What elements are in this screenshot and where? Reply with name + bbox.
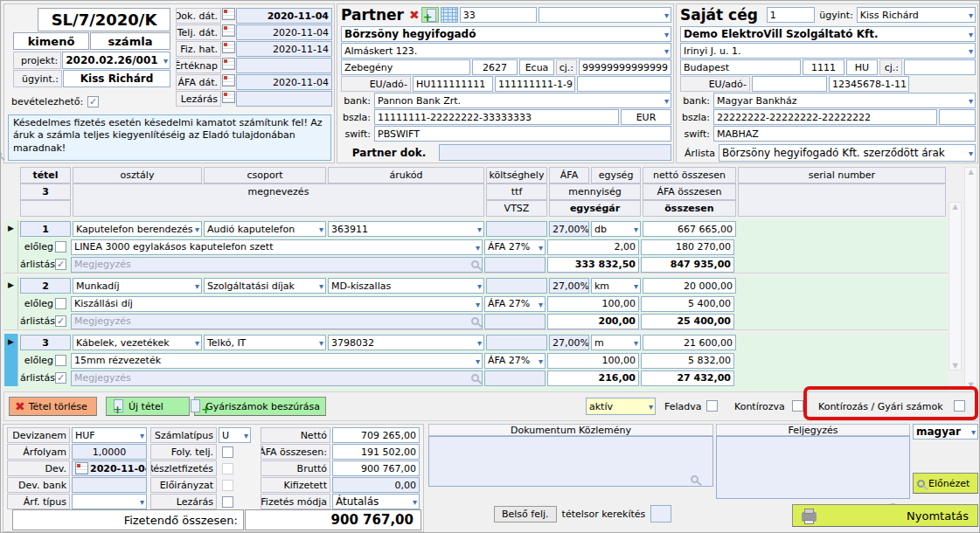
afa-dat-value[interactable]: 2020-11-04 [236, 74, 332, 90]
item-vtsz-input[interactable] [484, 257, 546, 273]
magnifier-icon[interactable] [0, 150, 2, 158]
calendar-icon[interactable] [222, 24, 235, 37]
foly-telj-checkbox[interactable] [222, 446, 233, 458]
item-megjegyzes-input[interactable]: Megjegyzés [71, 314, 483, 329]
partner-bszla-input[interactable]: 11111111-22222222-33333333 [374, 109, 619, 125]
item-megnevezes-select[interactable]: LINEA 3000 egylakásos kaputelefon szett [71, 239, 483, 255]
company-swift-input[interactable]: MABHAZ [713, 126, 976, 142]
item-koltseghely-input[interactable] [486, 335, 547, 350]
items-scrollbar-outer[interactable] [964, 167, 977, 390]
dok-dat-value[interactable]: 2020-11-04 [236, 8, 332, 24]
calendar-icon[interactable] [222, 74, 235, 87]
company-cj-input[interactable] [904, 59, 976, 75]
item-netto-input[interactable]: 20 000,00 [643, 278, 736, 294]
company-country-input[interactable]: HU [846, 59, 878, 75]
item-row[interactable]: 2 Munkadíj Szolgáltatási díjak MD-kiszal… [3, 276, 948, 330]
calendar-icon[interactable] [222, 8, 235, 20]
item-arukod-select[interactable]: 3798032 [328, 335, 484, 350]
item-osztaly-select[interactable]: Kábelek, vezetékek [73, 335, 202, 350]
partner-picker-select[interactable] [539, 7, 671, 23]
item-arukod-select[interactable]: 363911 [328, 221, 484, 237]
status-select[interactable]: aktív [586, 398, 656, 415]
preview-button[interactable]: Előnézet [913, 473, 978, 494]
partner-id-input[interactable]: 33 [460, 7, 537, 23]
dev-bank-input[interactable] [72, 477, 147, 493]
item-egyseg-select[interactable]: km [591, 278, 641, 294]
belso-felj-button[interactable]: Belső felj. [494, 506, 557, 523]
item-megjegyzes-input[interactable]: Megjegyzés [71, 370, 483, 386]
item-megnevezes-select[interactable]: Kiszállási díj [71, 296, 483, 312]
item-mennyiseg-input[interactable]: 2,00 [547, 239, 639, 255]
partner-tax-extra-input[interactable] [577, 76, 671, 92]
item-koltseghely-input[interactable] [486, 221, 547, 237]
arlista-select[interactable]: Börzsöny hegyifogadó Kft. szerződött ára… [719, 144, 976, 162]
row-selector-gutter[interactable] [4, 277, 18, 329]
partner-delete-icon[interactable]: ✖ [409, 9, 420, 21]
feladva-checkbox[interactable] [706, 400, 718, 412]
company-address-select[interactable]: Irinyi J. u. 1. [680, 43, 976, 59]
magnifier-icon[interactable] [471, 317, 479, 325]
devizanem-select[interactable]: HUF [72, 427, 147, 443]
item-osztaly-select[interactable]: Munkadíj [73, 278, 202, 294]
calendar-icon[interactable] [75, 462, 88, 474]
company-tax-input[interactable]: 12345678-1-11 [829, 76, 909, 92]
partner-country-input[interactable]: Ecua [519, 59, 554, 75]
arfolyam-input[interactable]: 1,0000 [72, 444, 147, 460]
item-csoport-select[interactable]: Szolgáltatási díjak [204, 278, 326, 294]
item-mennyiseg-input[interactable]: 100,00 [547, 296, 639, 312]
projekt-select[interactable]: 2020.02.26/001 [62, 52, 170, 69]
print-button[interactable]: Nyomtatás [792, 504, 978, 527]
item-arukod-select[interactable]: MD-kiszallas [328, 278, 484, 294]
item-koltseghely-input[interactable] [486, 278, 547, 294]
item-csoport-select[interactable]: Telkó, IT [204, 335, 326, 350]
lezaras-value[interactable] [236, 91, 332, 107]
eloleg-checkbox[interactable] [55, 241, 66, 253]
partner-bank-select[interactable]: Pannon Bank Zrt. [374, 93, 671, 108]
row-selector-gutter[interactable] [4, 334, 18, 386]
partner-cj-input[interactable]: 99999999999999 [579, 59, 671, 75]
item-netto-input[interactable]: 21 600,00 [643, 335, 736, 350]
eloleg-checkbox[interactable] [55, 355, 66, 366]
lezaras-checkbox[interactable] [222, 496, 233, 508]
item-mennyiseg-input[interactable]: 100,00 [547, 353, 639, 369]
kerekites-input[interactable] [650, 505, 671, 523]
arf-tipus-select[interactable] [72, 494, 147, 509]
partner-name-select[interactable]: Börzsöny hegyifogadó [341, 26, 671, 42]
company-bank-select[interactable]: Magyar Bankház [713, 93, 976, 108]
company-id-input[interactable]: 1 [767, 7, 815, 23]
arlistas-checkbox[interactable] [55, 259, 66, 270]
item-vtsz-input[interactable] [484, 370, 546, 386]
doc-comment-textarea[interactable] [428, 436, 713, 487]
item-row-selected[interactable]: 3 Kábelek, vezetékek Telkó, IT 3798032 2… [3, 333, 948, 387]
bevetelezheto-checkbox[interactable] [87, 96, 99, 107]
arlistas-checkbox[interactable] [55, 372, 66, 384]
magnifier-icon[interactable] [691, 475, 699, 483]
item-osztaly-select[interactable]: Kaputelefon berendezés [73, 221, 202, 237]
calendar-icon[interactable] [222, 41, 235, 53]
item-csoport-select[interactable]: Audió kaputelefon [204, 221, 326, 237]
erteknap-value[interactable] [236, 58, 332, 73]
company-eu-vat-input[interactable] [752, 76, 827, 92]
item-afa-kulcs-select[interactable]: ÁFA 27% [484, 239, 546, 255]
new-item-button[interactable]: Új tétel [106, 397, 190, 416]
item-egyseg-select[interactable]: db [591, 221, 641, 237]
company-ugyint-select[interactable]: Kiss Richárd [857, 7, 976, 23]
company-bszla-input[interactable]: 22222222-22222222-22222222 [713, 109, 937, 125]
fizetes-modja-select[interactable]: Átutalás [332, 494, 420, 509]
item-megnevezes-select[interactable]: 15mm rézvezeték [71, 353, 483, 369]
dev-datum-input[interactable]: 2020-11-04 [72, 460, 147, 476]
language-select[interactable]: magyar [913, 424, 978, 440]
partner-list-icon[interactable] [441, 7, 458, 23]
partner-address-select[interactable]: Almáskert 123. [341, 43, 671, 59]
partner-tax-input[interactable]: 111111111-1-9 [495, 76, 575, 92]
item-vtsz-input[interactable] [484, 314, 546, 329]
company-name-select[interactable]: Demo ElektroVill Szolgáltató Kft. [680, 26, 976, 42]
kontirozva-checkbox[interactable] [792, 400, 803, 412]
items-scrollbar-inner[interactable] [949, 202, 962, 370]
partner-city-input[interactable]: Zebegény [341, 59, 470, 75]
eloleg-checkbox[interactable] [55, 298, 66, 309]
arlistas-checkbox[interactable] [55, 315, 66, 327]
kontirozas-checkbox[interactable] [954, 400, 965, 412]
partner-eu-vat-input[interactable]: HU111111111 [413, 76, 493, 92]
company-zip-input[interactable]: 1111 [803, 59, 844, 75]
